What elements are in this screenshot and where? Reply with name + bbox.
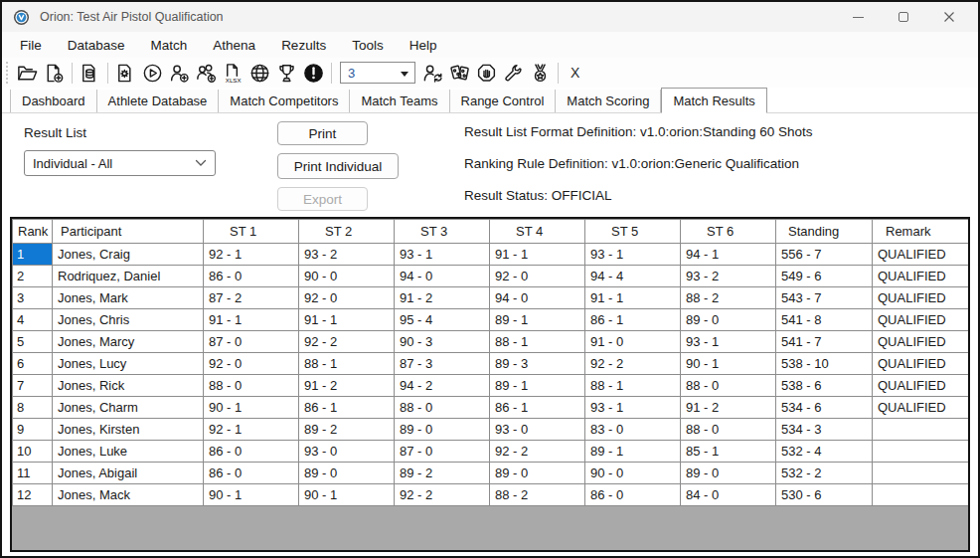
relay-select[interactable]: 3: [340, 62, 415, 84]
cell-remark[interactable]: QUALIFIED: [873, 397, 971, 419]
cell-st4[interactable]: 88 - 2: [490, 484, 585, 506]
table-row[interactable]: 1Jones, Craig92 - 193 - 293 - 191 - 193 …: [13, 244, 971, 266]
table-row[interactable]: 12Jones, Mack90 - 190 - 192 - 288 - 286 …: [13, 484, 971, 506]
cell-standing[interactable]: 534 - 6: [776, 397, 873, 419]
cell-participant[interactable]: Jones, Kirsten: [53, 419, 204, 441]
tab-match-competitors[interactable]: Match Competitors: [219, 90, 350, 112]
cell-st5[interactable]: 92 - 2: [585, 353, 681, 375]
cell-remark[interactable]: [873, 484, 971, 506]
cell-st4[interactable]: 86 - 1: [490, 397, 585, 419]
cell-st1[interactable]: 86 - 0: [204, 441, 299, 463]
minimize-button[interactable]: [835, 2, 881, 32]
cell-remark[interactable]: QUALIFIED: [873, 244, 971, 266]
menu-match[interactable]: Match: [138, 32, 201, 58]
table-row[interactable]: 3Jones, Mark87 - 292 - 091 - 294 - 091 -…: [13, 287, 971, 309]
cell-standing[interactable]: 538 - 10: [776, 353, 873, 375]
cell-standing[interactable]: 543 - 7: [776, 287, 873, 309]
table-row[interactable]: 2Rodriquez, Daniel86 - 090 - 094 - 092 -…: [13, 266, 971, 287]
cell-st3[interactable]: 87 - 0: [395, 441, 490, 463]
cell-st3[interactable]: 90 - 3: [395, 331, 490, 353]
cell-st2[interactable]: 88 - 1: [299, 353, 395, 375]
cell-st1[interactable]: 86 - 0: [204, 266, 299, 287]
cell-participant[interactable]: Jones, Luke: [53, 441, 204, 463]
cell-st1[interactable]: 86 - 0: [204, 463, 299, 484]
cell-rank[interactable]: 8: [13, 397, 53, 419]
cell-rank[interactable]: 4: [13, 309, 53, 331]
cell-st5[interactable]: 90 - 0: [585, 463, 681, 484]
cell-rank[interactable]: 5: [13, 331, 53, 353]
cell-remark[interactable]: QUALIFIED: [873, 287, 971, 309]
cell-participant[interactable]: Jones, Rick: [53, 375, 204, 397]
cell-st4[interactable]: 89 - 3: [490, 353, 585, 375]
cell-rank[interactable]: 2: [13, 266, 53, 287]
cell-st2[interactable]: 91 - 1: [299, 309, 395, 331]
col-header-st5[interactable]: ST 5: [585, 220, 681, 244]
cell-st3[interactable]: 92 - 2: [395, 484, 490, 506]
score-targets-icon[interactable]: [446, 60, 473, 86]
cell-st6[interactable]: 85 - 1: [681, 441, 776, 463]
menu-help[interactable]: Help: [397, 32, 450, 58]
cell-st3[interactable]: 93 - 1: [395, 244, 490, 266]
cell-st1[interactable]: 87 - 0: [204, 331, 299, 353]
menu-athena[interactable]: Athena: [200, 32, 268, 58]
cell-st4[interactable]: 89 - 1: [490, 309, 585, 331]
cell-st1[interactable]: 91 - 1: [204, 309, 299, 331]
trophy-icon[interactable]: [273, 60, 300, 86]
col-header-st4[interactable]: ST 4: [490, 220, 585, 244]
col-header-st6[interactable]: ST 6: [681, 220, 776, 244]
cell-st5[interactable]: 94 - 4: [585, 266, 681, 287]
cell-st6[interactable]: 94 - 1: [681, 244, 776, 266]
cell-st5[interactable]: 93 - 1: [585, 244, 681, 266]
menu-tools[interactable]: Tools: [339, 32, 397, 58]
cell-rank[interactable]: 6: [13, 353, 53, 375]
menu-database[interactable]: Database: [55, 32, 138, 58]
cell-rank[interactable]: 3: [13, 287, 53, 309]
cell-participant[interactable]: Jones, Mark: [53, 287, 204, 309]
open-match-icon[interactable]: [14, 60, 41, 86]
cell-st1[interactable]: 92 - 1: [204, 244, 299, 266]
cell-rank[interactable]: 10: [13, 441, 53, 463]
cell-remark[interactable]: [873, 463, 971, 484]
wrench-icon[interactable]: [500, 60, 527, 86]
table-row[interactable]: 10Jones, Luke86 - 093 - 087 - 092 - 289 …: [13, 441, 971, 463]
cell-remark[interactable]: QUALIFIED: [873, 375, 971, 397]
cell-remark[interactable]: QUALIFIED: [873, 331, 971, 353]
col-header-st3[interactable]: ST 3: [395, 220, 490, 244]
cell-st2[interactable]: 92 - 2: [299, 331, 395, 353]
cell-st6[interactable]: 89 - 0: [681, 309, 776, 331]
cell-st5[interactable]: 83 - 0: [585, 419, 681, 441]
result-list-select[interactable]: Individual - All: [24, 150, 216, 176]
cell-st4[interactable]: 92 - 2: [490, 441, 585, 463]
cell-standing[interactable]: 556 - 7: [776, 244, 873, 266]
cell-st6[interactable]: 88 - 2: [681, 287, 776, 309]
cell-st6[interactable]: 91 - 2: [681, 397, 776, 419]
cell-rank[interactable]: 1: [13, 244, 53, 266]
cell-participant[interactable]: Jones, Charm: [53, 397, 204, 419]
cell-remark[interactable]: QUALIFIED: [873, 266, 971, 287]
cell-st2[interactable]: 89 - 0: [299, 463, 395, 484]
cell-st3[interactable]: 89 - 2: [395, 463, 490, 484]
menu-file[interactable]: File: [7, 32, 55, 58]
cell-st3[interactable]: 94 - 0: [395, 266, 490, 287]
cell-st6[interactable]: 88 - 0: [681, 375, 776, 397]
cell-st4[interactable]: 92 - 0: [490, 266, 585, 287]
cell-st5[interactable]: 86 - 0: [585, 484, 681, 506]
export-xlsx-icon[interactable]: XLSX: [220, 60, 246, 86]
cell-st2[interactable]: 90 - 1: [299, 484, 395, 506]
tab-dashboard[interactable]: Dashboard: [10, 90, 97, 112]
cell-st3[interactable]: 88 - 0: [395, 397, 490, 419]
cell-st1[interactable]: 90 - 1: [204, 484, 299, 506]
cell-rank[interactable]: 9: [13, 419, 53, 441]
cell-remark[interactable]: [873, 419, 971, 441]
add-athlete-icon[interactable]: [166, 60, 193, 86]
cell-st2[interactable]: 92 - 0: [299, 287, 395, 309]
cell-participant[interactable]: Rodriquez, Daniel: [53, 266, 204, 287]
cell-st4[interactable]: 89 - 1: [490, 375, 585, 397]
cell-st6[interactable]: 84 - 0: [681, 484, 776, 506]
cell-st4[interactable]: 89 - 0: [490, 463, 585, 484]
cell-participant[interactable]: Jones, Abigail: [53, 463, 204, 484]
table-row[interactable]: 6Jones, Lucy92 - 088 - 187 - 389 - 392 -…: [13, 353, 971, 375]
cell-participant[interactable]: Jones, Mack: [53, 484, 204, 506]
cell-st2[interactable]: 93 - 0: [299, 441, 395, 463]
cell-st4[interactable]: 91 - 1: [490, 244, 585, 266]
